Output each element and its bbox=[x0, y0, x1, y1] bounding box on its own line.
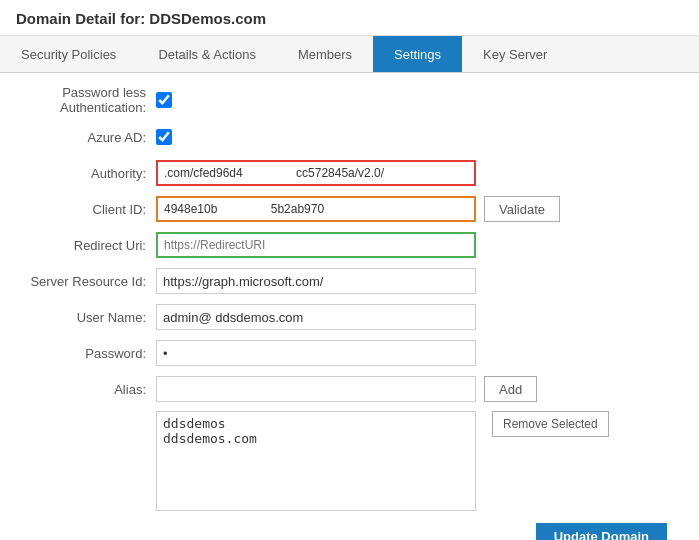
alias-list-row: ddsdemos ddsdemos.com Remove Selected bbox=[16, 411, 683, 511]
client-id-input[interactable] bbox=[156, 196, 476, 222]
add-button[interactable]: Add bbox=[484, 376, 537, 402]
tab-security-policies[interactable]: Security Policies bbox=[0, 36, 137, 72]
authority-row: Authority: bbox=[16, 159, 683, 187]
redirect-uri-wrapper bbox=[156, 232, 476, 258]
server-resource-input[interactable] bbox=[156, 268, 476, 294]
remove-selected-button[interactable]: Remove Selected bbox=[492, 411, 609, 437]
alias-input[interactable] bbox=[156, 376, 476, 402]
password-row: Password: bbox=[16, 339, 683, 367]
header-domain: DDSDemos.com bbox=[149, 10, 266, 27]
tab-bar: Security Policies Details & Actions Memb… bbox=[0, 36, 699, 73]
server-resource-row: Server Resource Id: bbox=[16, 267, 683, 295]
azure-ad-label: Azure AD: bbox=[16, 130, 156, 145]
update-domain-button[interactable]: Update Domain bbox=[536, 523, 667, 540]
client-id-label: Client ID: bbox=[16, 202, 156, 217]
password-label: Password: bbox=[16, 346, 156, 361]
redirect-uri-row: Redirect Uri: bbox=[16, 231, 683, 259]
tab-settings[interactable]: Settings bbox=[373, 36, 462, 72]
alias-row: Alias: Add bbox=[16, 375, 683, 403]
user-name-label: User Name: bbox=[16, 310, 156, 325]
azure-ad-checkbox[interactable] bbox=[156, 129, 172, 145]
authority-input[interactable] bbox=[156, 160, 476, 186]
update-domain-row: Update Domain bbox=[16, 523, 683, 540]
azure-ad-row: Azure AD: bbox=[16, 123, 683, 151]
user-name-row: User Name: bbox=[16, 303, 683, 331]
user-name-input[interactable] bbox=[156, 304, 476, 330]
authority-label: Authority: bbox=[16, 166, 156, 181]
redirect-uri-label: Redirect Uri: bbox=[16, 238, 156, 253]
tab-key-server[interactable]: Key Server bbox=[462, 36, 568, 72]
password-input[interactable] bbox=[156, 340, 476, 366]
page-header: Domain Detail for: DDSDemos.com bbox=[0, 0, 699, 36]
tab-details-actions[interactable]: Details & Actions bbox=[137, 36, 277, 72]
client-id-wrapper bbox=[156, 196, 476, 222]
password-less-row: Password less Authentication: bbox=[16, 85, 683, 115]
password-less-label: Password less Authentication: bbox=[16, 85, 156, 115]
tab-members[interactable]: Members bbox=[277, 36, 373, 72]
authority-wrapper bbox=[156, 160, 476, 186]
alias-label: Alias: bbox=[16, 382, 156, 397]
alias-textarea[interactable]: ddsdemos ddsdemos.com bbox=[156, 411, 476, 511]
client-id-row: Client ID: Validate bbox=[16, 195, 683, 223]
password-less-checkbox[interactable] bbox=[156, 92, 172, 108]
validate-button[interactable]: Validate bbox=[484, 196, 560, 222]
server-resource-label: Server Resource Id: bbox=[16, 274, 156, 289]
settings-form: Password less Authentication: Azure AD: … bbox=[0, 73, 699, 540]
header-prefix: Domain Detail for: bbox=[16, 10, 145, 27]
alias-actions: Remove Selected bbox=[484, 411, 609, 437]
redirect-uri-input[interactable] bbox=[156, 232, 476, 258]
